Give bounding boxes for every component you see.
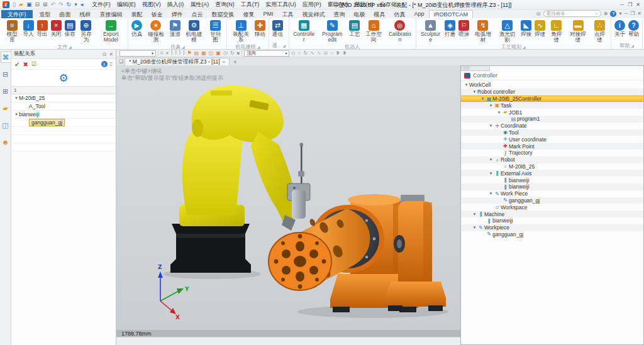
list-item[interactable]: ▼M-20iB_25 [11, 94, 116, 102]
normal-dropdown[interactable]: 法向 ▾ [244, 50, 289, 57]
circle-a-icon[interactable]: ⊙ [324, 50, 328, 57]
ribbon-button-漫游[interactable]: ⚑漫游 [169, 19, 182, 38]
ribbon-button-Export Model[interactable]: →Export Model [96, 19, 126, 43]
close-button[interactable]: ✕ [636, 2, 640, 8]
history-manager-icon[interactable]: ⊟ [1, 68, 11, 80]
notes-icon[interactable]: ▤ [194, 50, 199, 57]
tab-焊件[interactable]: 焊件 [167, 10, 187, 18]
tree-item-User coordinate[interactable]: ✛User coordinate [461, 136, 643, 143]
menu-item[interactable]: 文件(F) [89, 1, 114, 9]
tree-item-bianweiji[interactable]: ∥bianweiji [461, 177, 643, 183]
tree-item-M-20iB_25Controller[interactable]: ▼▦M-20iB_25Controller [461, 96, 643, 102]
list-item[interactable]: A_Tool [11, 102, 116, 111]
clamp-a-icon[interactable]: Ⅰ [171, 50, 172, 57]
new-file-icon[interactable]: ▯ [12, 1, 16, 8]
tree-item-Trajectory[interactable]: ∫Trajectory [461, 150, 643, 156]
menu-item[interactable]: 视图(V) [139, 1, 164, 9]
settings-globe-icon[interactable]: ⊕ [604, 11, 608, 16]
menu-item[interactable]: 查询(N) [212, 1, 238, 9]
loop-icon[interactable]: ↻ [230, 50, 235, 57]
image-manager-icon[interactable]: ◫ [1, 119, 11, 131]
ribbon-button-机电建模[interactable]: ⚙机电建模 [182, 19, 206, 43]
document-tab[interactable]: * M_20iB变位机焊接管理程序.Z3 - [11] × [125, 58, 230, 65]
tab-PMI[interactable]: PMI [259, 10, 278, 18]
pin-icon[interactable]: ◎ [536, 11, 541, 16]
more-commands-icon[interactable]: ▾ [74, 1, 78, 8]
chevron-down-icon[interactable]: ▼ [472, 212, 477, 216]
ribbon-button-点焊缝[interactable]: ∴点焊缝 [591, 19, 609, 43]
flag-icon[interactable]: ⚑ [187, 50, 192, 57]
ribbon-button-Calibration[interactable]: ◎Calibration [386, 19, 414, 43]
print-icon[interactable]: ⊟ [34, 1, 40, 8]
ribbon-button-移动[interactable]: ✚移动 [253, 19, 267, 38]
user-manager-icon[interactable]: ☻ [1, 136, 11, 148]
list-item[interactable]: gangguan_gj [11, 119, 116, 127]
ribbon-button-对接焊缝[interactable]: ▬对接焊缝 [566, 19, 590, 43]
ribbon-button-导出[interactable]: ↑导出 [36, 19, 49, 38]
restore-button[interactable]: ❐ [628, 2, 632, 8]
record-icon[interactable]: ▣ [216, 50, 221, 57]
chevron-down-icon[interactable]: ▼ [14, 96, 19, 100]
file-menu-button[interactable]: 文件(F) [1, 10, 33, 18]
confirm-icon[interactable]: ✔ [14, 61, 19, 68]
circle-b-icon[interactable]: ○ [330, 50, 333, 57]
help-dropdown-icon[interactable]: ▾ [619, 11, 621, 16]
ribbon-button-模型库[interactable]: ≡模型库 [3, 19, 21, 43]
tab-工具[interactable]: 工具 [278, 10, 298, 18]
menu-item[interactable]: 插入(I) [164, 1, 187, 9]
ribbon-button-另存为[interactable]: ⊕另存为 [77, 19, 96, 43]
tab-电极[interactable]: 电极 [350, 10, 370, 18]
pick-face-icon[interactable]: ◇ [291, 50, 295, 57]
tab-装配[interactable]: 装配 [127, 10, 147, 18]
open-file-icon[interactable]: ▰ [18, 1, 24, 8]
ribbon-button-装配关系[interactable]: ⊥装配关系 [229, 19, 252, 43]
stop-icon[interactable]: ■ [237, 50, 240, 57]
hand-a-icon[interactable]: ❥ [336, 50, 340, 57]
search-input[interactable]: 查找命令 ⌕ [543, 10, 601, 17]
clamp-b-icon[interactable]: Ⅰ [175, 50, 176, 57]
assembly-node-icon[interactable]: ⌘ [1, 52, 11, 63]
tree-item-Robot controller[interactable]: ▼Robot controller [461, 89, 643, 96]
ribbon-button-角焊缝[interactable]: ∟角焊缝 [547, 19, 565, 43]
ribbon-button-帮助[interactable]: ?帮助 [627, 19, 640, 38]
tab-仿真[interactable]: 仿真 [390, 10, 410, 18]
tree-item-Mark Point[interactable]: ✚Mark Point [461, 143, 643, 150]
clamp-c-icon[interactable]: Ⅰ [179, 50, 180, 57]
group-expander-icon[interactable]: ◢ [257, 45, 260, 49]
cancel-icon[interactable]: ✖ [23, 61, 28, 68]
group-expander-icon[interactable]: ◢ [69, 45, 72, 49]
pin-icon[interactable]: ⊡ [103, 52, 107, 57]
group-expander-icon[interactable]: ◢ [523, 45, 526, 49]
tree-item-Robot[interactable]: ▼♪Robot [461, 156, 643, 163]
tab-线框[interactable]: 线框 [75, 10, 96, 18]
group-expander-icon[interactable]: ◢ [182, 45, 185, 49]
tab-数据交换[interactable]: 数据交换 [208, 10, 239, 18]
ribbon-button-保存[interactable]: ▤保存 [64, 19, 77, 38]
view-mode-dropdown[interactable]: ▾ [119, 50, 156, 57]
doc-minimize-button[interactable]: ─ [624, 11, 628, 16]
help-icon[interactable]: ? [610, 11, 616, 17]
tab-钣金[interactable]: 钣金 [147, 10, 167, 18]
ribbon-button-碰撞检测[interactable]: ✶碰撞检测 [144, 19, 168, 43]
undo-icon[interactable]: ↶ [50, 1, 56, 8]
chevron-down-icon[interactable]: ▼ [488, 104, 494, 107]
ribbon-button-工作空间[interactable]: ⌂工作空间 [362, 19, 385, 43]
sketch-b-icon[interactable]: ∿ [317, 50, 321, 57]
ribbon-button-激光切割[interactable]: △激光切割 [496, 19, 519, 43]
new-tab-button[interactable]: + [231, 59, 239, 65]
clock-icon[interactable]: ◷ [223, 50, 228, 57]
tree-item-gangguan_gj[interactable]: ✎gangguan_gj [461, 231, 643, 238]
tree-item-program1[interactable]: ▤program1 [461, 116, 643, 123]
tree-item-M-20iB_25[interactable]: ♪M-20iB_25 [461, 163, 643, 170]
ribbon-button-通信[interactable]: ⇄通信 [271, 19, 284, 38]
rotate-view-icon[interactable]: ↻ [303, 50, 308, 57]
tree-item-bianweiji[interactable]: ∥bianweiji [461, 183, 643, 190]
chevron-down-icon[interactable]: ▼ [496, 111, 502, 114]
refresh-icon[interactable]: ↻ [66, 1, 72, 8]
group-expander-icon[interactable]: ◢ [282, 43, 286, 48]
chevron-down-icon[interactable]: ▼ [488, 124, 494, 128]
ribbon-button-Sculpture[interactable]: ▲Sculpture [418, 19, 443, 43]
folder-manager-icon[interactable]: ▰ [1, 102, 11, 114]
menu-item[interactable]: 应用(P) [299, 1, 325, 9]
tab-查询[interactable]: 查询 [330, 10, 350, 18]
